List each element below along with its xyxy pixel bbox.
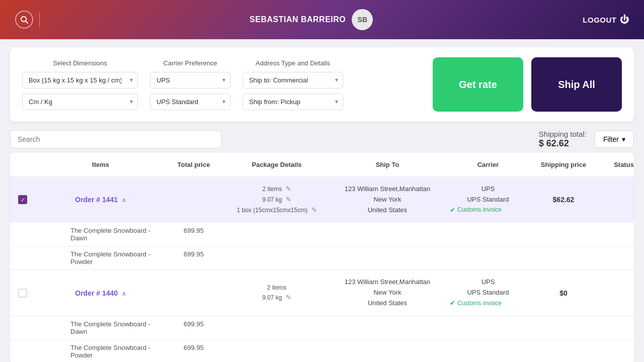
- dimensions-select[interactable]: Box (15 kg x 15 kg x 15 kg / cm) Box (10…: [22, 72, 138, 88]
- edit-icon-box-1441[interactable]: ✎: [311, 206, 317, 214]
- col-header-status: Status: [599, 158, 634, 171]
- carrier-cell-1441: UPSUPS Standard ✔ Customs invoice: [448, 182, 528, 217]
- order-checkbox-1440[interactable]: [18, 289, 27, 298]
- shipping-total-label: Shipping total:: [539, 130, 587, 138]
- config-panel: Select Dimensions Box (15 kg x 15 kg x 1…: [10, 47, 634, 122]
- order-link-1440[interactable]: Order # 1440: [75, 289, 118, 297]
- total-price-cell-1440: [161, 291, 226, 295]
- order-link-1441[interactable]: Order # 1441: [75, 196, 118, 204]
- action-buttons: Get rate Ship All: [433, 57, 622, 112]
- edit-icon-weight-1441[interactable]: ✎: [286, 196, 291, 203]
- orders-table: Items Total price Package Details Ship T…: [10, 153, 634, 362]
- svg-line-1: [26, 21, 28, 23]
- username-label: SEBASTIAN BARREIRO: [250, 15, 346, 24]
- item-price: 699.95: [161, 227, 226, 242]
- customs-label-1441: Customs invoice: [457, 205, 502, 215]
- item-price: 699.95: [161, 320, 226, 335]
- package-details-cell-1441: 2 items ✎ 9.07 kg ✎ 1 box (15cmx15cmx15c…: [226, 182, 327, 217]
- search-bar: Shipping total: $ 62.62 Filter ▾: [0, 130, 644, 149]
- header: SEBASTIAN BARREIRO SB LOGOUT ⏻: [0, 0, 644, 39]
- status-cell-1441: [599, 198, 634, 202]
- ship-from-select-wrap: Ship from: Pickup Ship from: Warehouse: [243, 94, 343, 110]
- checkbox-cell-1440: [10, 289, 40, 298]
- carrier-label: Carrier Preference: [150, 59, 230, 67]
- shipping-price-cell-1441: $62.62: [528, 194, 599, 206]
- shipping-total-amount: $ 62.62: [539, 138, 587, 149]
- search-input[interactable]: [10, 130, 221, 148]
- total-price-cell-1441: [161, 198, 226, 202]
- shipping-total-wrap: Shipping total: $ 62.62 Filter ▾: [539, 130, 634, 149]
- filter-button[interactable]: Filter ▾: [595, 131, 634, 148]
- dimensions-select-wrap: Box (15 kg x 15 kg x 15 kg / cm) Box (10…: [22, 72, 138, 88]
- col-header-shipping-price: Shipping price: [528, 158, 599, 171]
- package-details-cell-1440: 2 items 9.07 kg ✎: [226, 281, 327, 305]
- item-name: The Complete Snowboard - Dawn: [40, 227, 161, 242]
- search-icon-btn[interactable]: [15, 11, 33, 29]
- col-header-total-price: Total price: [161, 158, 226, 171]
- shipping-price-cell-1440: $0: [528, 287, 599, 299]
- table-row: Order # 1440 ∧ 2 items 9.07 kg ✎ 123 Wil…: [10, 270, 634, 316]
- filter-label: Filter: [603, 135, 619, 143]
- units-select[interactable]: Cm / Kg In / Lb: [22, 94, 138, 110]
- filter-chevron-icon: ▾: [622, 135, 625, 143]
- carrier-select-wrap: UPS FedEx DHL: [150, 72, 230, 88]
- col-header-checkbox: [10, 158, 40, 171]
- address-label: Address Type and Details: [243, 59, 343, 67]
- dimensions-label: Select Dimensions: [22, 59, 138, 67]
- col-header-items: Items: [40, 158, 161, 171]
- avatar: SB: [352, 9, 373, 30]
- customs-check-icon-1441: ✔: [450, 205, 455, 216]
- order-checkbox-1441[interactable]: [18, 195, 27, 204]
- list-item: The Complete Snowboard - Powder 699.95: [10, 340, 634, 362]
- carrier-type-select-wrap: UPS Standard UPS Express: [150, 94, 230, 110]
- carrier-section: Carrier Preference UPS FedEx DHL UPS Sta…: [150, 59, 230, 110]
- order-number-cell-1441: Order # 1441 ∧: [40, 194, 161, 206]
- order-expand-1441[interactable]: ∧: [122, 197, 126, 204]
- customs-badge-1440: ✔ Customs invoice: [450, 298, 526, 309]
- checkbox-cell-1441: [10, 195, 40, 204]
- col-header-package-details: Package Details: [226, 158, 327, 171]
- customs-check-icon-1440: ✔: [450, 298, 455, 309]
- ship-to-select[interactable]: Ship to: Commercial Ship to: Residential: [243, 72, 343, 88]
- address-section: Address Type and Details Ship to: Commer…: [243, 59, 343, 110]
- units-select-wrap: Cm / Kg In / Lb: [22, 94, 138, 110]
- search-icon: [20, 16, 28, 24]
- edit-icon-weight-1440[interactable]: ✎: [286, 294, 291, 301]
- carrier-cell-1440: UPSUPS Standard ✔ Customs invoice: [448, 275, 528, 310]
- ship-to-cell-1440: 123 William Street,ManhattanNew YorkUnit…: [327, 275, 448, 310]
- item-name: The Complete Snowboard - Dawn: [40, 320, 161, 335]
- edit-icon-items-1441[interactable]: ✎: [286, 185, 291, 193]
- list-item: The Complete Snowboard - Powder 699.95: [10, 246, 634, 270]
- col-header-ship-to: Ship To: [327, 158, 448, 171]
- list-item: The Complete Snowboard - Dawn 699.95: [10, 223, 634, 246]
- customs-badge-1441: ✔ Customs invoice: [450, 205, 526, 216]
- logout-icon: ⏻: [620, 15, 629, 25]
- carrier-select[interactable]: UPS FedEx DHL: [150, 72, 230, 88]
- ship-to-cell-1441: 123 William Street,ManhattanNew YorkUnit…: [327, 182, 448, 217]
- get-rate-button[interactable]: Get rate: [433, 57, 523, 112]
- ship-to-select-wrap: Ship to: Commercial Ship to: Residential: [243, 72, 343, 88]
- table-row: Order # 1441 ∧ 2 items ✎ 9.07 kg ✎ 1 box…: [10, 177, 634, 223]
- logout-label: LOGOUT: [583, 16, 616, 24]
- search-input-wrap: [10, 130, 221, 148]
- order-number-cell-1440: Order # 1440 ∧: [40, 287, 161, 299]
- dimensions-section: Select Dimensions Box (15 kg x 15 kg x 1…: [22, 59, 138, 110]
- ship-all-button[interactable]: Ship All: [531, 57, 622, 112]
- table-header: Items Total price Package Details Ship T…: [10, 153, 634, 177]
- status-cell-1440: [599, 291, 634, 295]
- header-divider: [39, 12, 40, 27]
- item-price: 699.95: [161, 344, 226, 359]
- logout-button[interactable]: LOGOUT ⏻: [583, 15, 629, 25]
- order-expand-1440[interactable]: ∧: [122, 290, 126, 297]
- header-center: SEBASTIAN BARREIRO SB: [250, 9, 373, 30]
- carrier-type-select[interactable]: UPS Standard UPS Express: [150, 94, 230, 110]
- customs-label-1440: Customs invoice: [457, 299, 502, 308]
- col-header-carrier: Carrier: [448, 158, 528, 171]
- item-price: 699.95: [161, 250, 226, 265]
- item-name: The Complete Snowboard - Powder: [40, 250, 161, 265]
- item-name: The Complete Snowboard - Powder: [40, 344, 161, 359]
- header-left: [15, 11, 40, 29]
- ship-from-select[interactable]: Ship from: Pickup Ship from: Warehouse: [243, 94, 343, 110]
- list-item: The Complete Snowboard - Dawn 699.95: [10, 316, 634, 340]
